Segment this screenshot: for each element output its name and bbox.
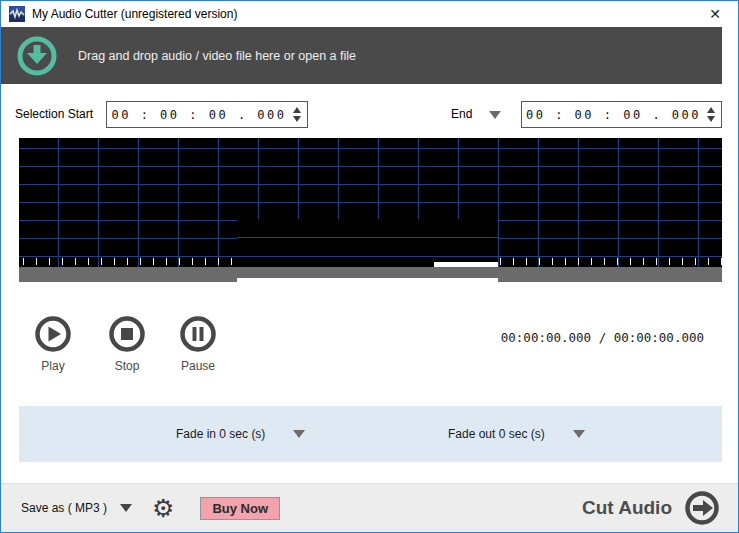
stop-button[interactable]: Stop [103, 315, 151, 373]
waveform-scrollbar[interactable] [19, 267, 722, 282]
stop-icon [108, 315, 146, 353]
play-icon [34, 315, 72, 353]
cut-audio-arrow-icon[interactable] [684, 490, 720, 526]
waveform-ruler-ticks [500, 258, 722, 265]
spinner-down-icon[interactable] [707, 116, 715, 122]
fade-in-dropdown[interactable]: Fade in 0 sec (s) [176, 406, 305, 462]
chevron-down-icon[interactable] [293, 430, 305, 438]
play-label: Play [29, 359, 77, 373]
selection-end-value[interactable]: 00 : 00 : 00 . 000 [522, 108, 705, 122]
app-logo-icon [9, 6, 25, 22]
bottom-bar: Save as ( MP3 ) ⚙ Buy Now Cut Audio [1, 483, 738, 532]
save-as-dropdown-icon[interactable] [120, 504, 132, 512]
drop-zone-text: Drag and drop audio / video file here or… [78, 49, 356, 63]
selection-end-input[interactable]: 00 : 00 : 00 . 000 [521, 101, 722, 128]
playback-time-display: 00:00:00.000 / 00:00:00.000 [501, 330, 704, 345]
drop-zone[interactable]: Drag and drop audio / video file here or… [1, 27, 722, 84]
end-dropdown-icon[interactable] [489, 111, 501, 119]
fade-options-strip: Fade in 0 sec (s) Fade out 0 sec (s) [19, 406, 722, 462]
settings-gear-icon[interactable]: ⚙ [152, 496, 174, 521]
title-bar: My Audio Cutter (unregistered version) ✕ [1, 1, 738, 27]
selection-end-spinner[interactable] [705, 107, 721, 122]
spinner-up-icon[interactable] [707, 107, 715, 113]
spinner-up-icon[interactable] [293, 107, 301, 113]
cut-audio-button[interactable]: Cut Audio [582, 497, 672, 519]
selection-start-label: Selection Start [15, 101, 93, 128]
fade-out-dropdown[interactable]: Fade out 0 sec (s) [448, 406, 585, 462]
fade-in-label: Fade in 0 sec (s) [176, 427, 265, 441]
chevron-down-icon[interactable] [573, 430, 585, 438]
spinner-down-icon[interactable] [293, 116, 301, 122]
download-circle-icon [16, 35, 58, 77]
selection-start-value[interactable]: 00 : 00 : 00 . 000 [107, 108, 291, 122]
waveform-selection-region [237, 219, 498, 267]
save-as-format-label[interactable]: Save as ( MP3 ) [21, 501, 107, 515]
waveform-panel [19, 138, 722, 282]
pause-icon [179, 315, 217, 353]
buy-now-button[interactable]: Buy Now [200, 497, 280, 520]
scrollbar-gap [237, 278, 498, 282]
fade-out-label: Fade out 0 sec (s) [448, 427, 545, 441]
app-window: My Audio Cutter (unregistered version) ✕… [0, 0, 739, 533]
selection-start-input[interactable]: 00 : 00 : 00 . 000 [106, 101, 308, 128]
selection-start-spinner[interactable] [291, 107, 307, 122]
pause-button[interactable]: Pause [174, 315, 222, 373]
play-button[interactable]: Play [29, 315, 77, 373]
pause-label: Pause [174, 359, 222, 373]
window-title: My Audio Cutter (unregistered version) [32, 7, 237, 21]
selection-end-label: End [451, 101, 472, 128]
stop-label: Stop [103, 359, 151, 373]
waveform-ruler-ticks [23, 258, 237, 265]
close-icon[interactable]: ✕ [698, 1, 732, 27]
